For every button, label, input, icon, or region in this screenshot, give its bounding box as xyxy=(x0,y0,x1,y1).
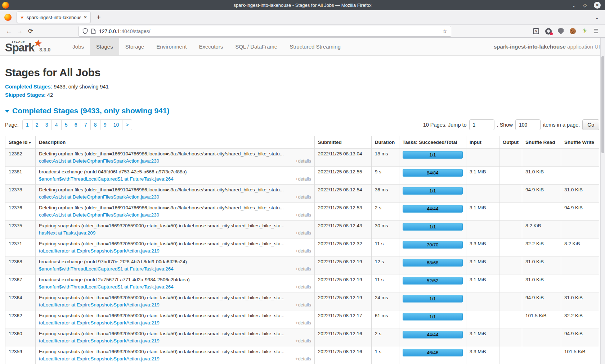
col-shuffle-write[interactable]: Shuffle Write xyxy=(561,136,599,149)
stage-id-cell: 12364 xyxy=(5,292,36,310)
nav-item-stages[interactable]: Stages xyxy=(90,38,119,55)
completed-stages-section-toggle[interactable]: Completed Stages (9433, only showing 941… xyxy=(5,106,599,115)
tasks-cell: 1/1 xyxy=(399,292,466,310)
page-button-3[interactable]: 3 xyxy=(42,119,52,130)
nav-item-environment[interactable]: Environment xyxy=(150,38,193,55)
spark-logo[interactable]: APACHE Spark ★ 3.3.0 xyxy=(0,38,60,55)
bookmark-star-icon[interactable]: ☆ xyxy=(443,28,447,35)
details-toggle[interactable]: +details xyxy=(295,267,311,272)
description-cell: Expiring snapshots (older_than=166932055… xyxy=(36,310,315,328)
window-close-icon[interactable]: ✕ xyxy=(594,2,601,9)
jump-to-page-input[interactable] xyxy=(469,119,494,130)
details-toggle[interactable]: +details xyxy=(295,231,311,236)
submitted-cell: 2022/11/25 08:12:54 xyxy=(314,185,371,203)
stage-callsite-link[interactable]: toLocalIterator at ExpireSnapshotsSparkA… xyxy=(39,356,160,361)
next-page-button[interactable]: > xyxy=(122,119,132,130)
nav-item-jobs[interactable]: Jobs xyxy=(66,38,90,55)
col-tasks[interactable]: Tasks: Succeeded/Total xyxy=(399,136,466,149)
tasks-cell: 84/84 xyxy=(399,167,466,185)
reload-button[interactable]: ⟳ xyxy=(25,27,36,35)
details-toggle[interactable]: +details xyxy=(295,320,311,326)
browser-tab[interactable]: ★ spark-ingest-into-lakehous ✕ xyxy=(17,12,91,23)
page-button-9[interactable]: 9 xyxy=(100,119,110,130)
stage-callsite-link[interactable]: toLocalIterator at ExpireSnapshotsSparkA… xyxy=(39,338,160,343)
table-row: 12364 Expiring snapshots (older_than=166… xyxy=(5,292,599,310)
ublock-shield-icon[interactable] xyxy=(558,28,564,35)
details-toggle[interactable]: +details xyxy=(295,338,311,343)
shuffle-read-cell xyxy=(522,203,561,220)
col-stage-id[interactable]: Stage Id▾ xyxy=(5,136,36,149)
page-label: Page: xyxy=(5,122,19,128)
shuffle-write-cell: 94.9 KiB xyxy=(561,203,599,220)
details-toggle[interactable]: +details xyxy=(295,356,311,361)
go-button[interactable]: Go xyxy=(582,119,599,130)
scrollbar-thumb[interactable] xyxy=(601,56,604,153)
submitted-cell: 2022/11/25 08:12:19 xyxy=(314,292,371,310)
window-minimize-icon[interactable]: ⌄ xyxy=(572,3,576,8)
stage-callsite-link[interactable]: $anonfun$withThreadLocalCaptured$1 at Fu… xyxy=(39,176,174,182)
nav-item-storage[interactable]: Storage xyxy=(119,38,151,55)
privacy-mask-extension-icon[interactable] xyxy=(545,28,552,35)
page-button-1[interactable]: 1 xyxy=(22,119,32,130)
stage-callsite-link[interactable]: $anonfun$withThreadLocalCaptured$1 at Fu… xyxy=(39,284,174,290)
stage-callsite-link[interactable]: collectAsList at DeleteOrphanFilesSparkA… xyxy=(39,212,159,218)
description-cell: Deleting orphan files (older_than=166910… xyxy=(36,203,315,220)
stage-callsite-link[interactable]: hasNext at Tasks.java:209 xyxy=(39,230,95,236)
hamburger-menu-icon[interactable]: ☰ xyxy=(593,28,599,35)
url-bar[interactable]: 127.0.0.1:4040/stages/ ☆ xyxy=(79,26,451,37)
stage-description: broadcast exchange (runId 2a75677f-a771-… xyxy=(39,277,311,282)
page-button-5[interactable]: 5 xyxy=(62,119,71,130)
description-cell: Expiring snapshots (older_than=166932055… xyxy=(36,292,315,310)
tab-close-icon[interactable]: ✕ xyxy=(84,15,87,20)
new-tab-button[interactable]: + xyxy=(97,13,101,22)
page-button-10[interactable]: 10 xyxy=(110,119,123,130)
col-description[interactable]: Description xyxy=(36,136,315,149)
description-cell: Deleting orphan files (older_than=166910… xyxy=(36,185,315,203)
col-input[interactable]: Input xyxy=(466,136,499,149)
show-text: . Show xyxy=(497,122,513,128)
details-toggle[interactable]: +details xyxy=(295,195,311,200)
firefox-view-icon[interactable] xyxy=(4,14,12,21)
stage-callsite-link[interactable]: toLocalIterator at ExpireSnapshotsSparkA… xyxy=(39,302,160,308)
col-submitted[interactable]: Submitted xyxy=(314,136,371,149)
items-per-page-input[interactable] xyxy=(515,119,541,130)
page-button-2[interactable]: 2 xyxy=(32,119,42,130)
nav-item-executors[interactable]: Executors xyxy=(193,38,229,55)
col-output[interactable]: Output xyxy=(499,136,522,149)
spark-navbar: APACHE Spark ★ 3.3.0 JobsStagesStorageEn… xyxy=(0,38,605,56)
page-scrollbar[interactable] xyxy=(600,38,605,364)
asterisk-extension-icon[interactable]: ✳ xyxy=(582,28,587,34)
stage-callsite-link[interactable]: collectAsList at DeleteOrphanFilesSparkA… xyxy=(39,194,159,200)
page-button-6[interactable]: 6 xyxy=(71,119,81,130)
window-maximize-icon[interactable]: ◇ xyxy=(583,3,587,8)
page-button-4[interactable]: 4 xyxy=(52,119,62,130)
pocket-extension-icon[interactable]: ∨ xyxy=(533,28,539,34)
nav-item-sql-dataframe[interactable]: SQL / DataFrame xyxy=(229,38,283,55)
stage-callsite-link[interactable]: toLocalIterator at ExpireSnapshotsSparkA… xyxy=(39,320,160,326)
stage-callsite-link[interactable]: $anonfun$withThreadLocalCaptured$1 at Fu… xyxy=(39,266,174,272)
completed-stages-section-title: Completed Stages (9433, only showing 941… xyxy=(12,106,169,115)
table-row: 12362 Expiring snapshots (older_than=166… xyxy=(5,310,599,328)
list-tabs-icon[interactable]: ⌄ xyxy=(595,14,599,21)
forward-button[interactable]: → xyxy=(14,28,25,35)
duration-cell: 11 s xyxy=(371,238,399,256)
nav-item-structured-streaming[interactable]: Structured Streaming xyxy=(283,38,347,55)
col-shuffle-read[interactable]: Shuffle Read xyxy=(522,136,561,149)
col-duration[interactable]: Duration xyxy=(371,136,399,149)
details-toggle[interactable]: +details xyxy=(295,177,311,182)
back-button[interactable]: ← xyxy=(4,28,14,35)
cookie-extension-icon[interactable] xyxy=(570,28,576,34)
page-info-icon[interactable] xyxy=(91,28,96,34)
stage-callsite-link[interactable]: collectAsList at DeleteOrphanFilesSparkA… xyxy=(39,158,159,164)
details-toggle[interactable]: +details xyxy=(295,159,311,164)
input-cell: 3.1 MiB xyxy=(466,167,499,185)
stage-callsite-link[interactable]: toLocalIterator at ExpireSnapshotsSparkA… xyxy=(39,248,160,254)
details-toggle[interactable]: +details xyxy=(295,285,311,290)
shield-permissions-icon[interactable] xyxy=(82,28,88,34)
details-toggle[interactable]: +details xyxy=(295,213,311,218)
details-toggle[interactable]: +details xyxy=(295,249,311,254)
description-cell: Expiring snapshots (older_than=166932055… xyxy=(36,238,315,256)
page-button-7[interactable]: 7 xyxy=(81,119,91,130)
details-toggle[interactable]: +details xyxy=(295,302,311,308)
page-button-8[interactable]: 8 xyxy=(91,119,100,130)
